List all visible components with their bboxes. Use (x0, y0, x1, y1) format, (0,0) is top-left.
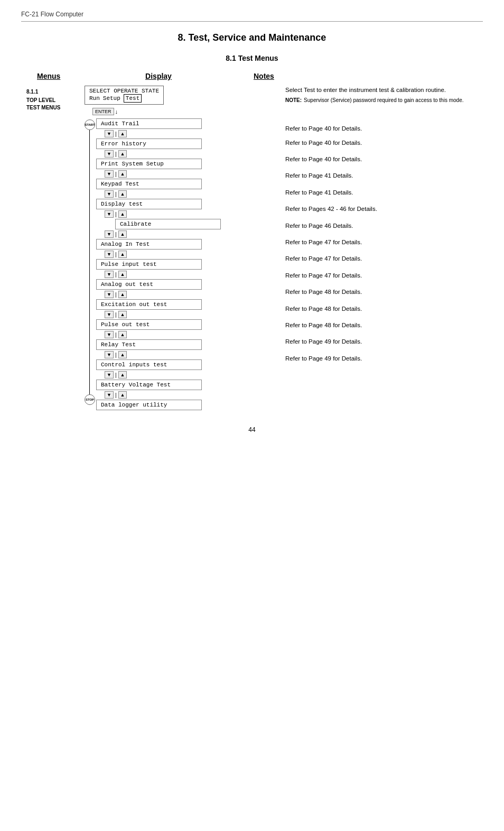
start-btn-14[interactable]: ▲ (118, 391, 127, 399)
menu-bracket-wrapper: START STOP Audit Trail▼|▲Error history▼|… (85, 118, 269, 410)
menu-row-11: Pulse out test▼|▲ (94, 319, 269, 338)
start-btn-8[interactable]: ▲ (118, 271, 127, 278)
menu-item-box-15: Data logger utility (96, 400, 202, 410)
top-note-detail-row: NOTE: Supervisor (Service) password requ… (285, 96, 483, 105)
note-item-14: Refer to Page 49 for Details. (285, 337, 483, 346)
start-btn-12[interactable]: ▲ (118, 351, 127, 358)
menu-item-box-8: Pulse input test (96, 259, 202, 270)
menu-item-box-1: Audit Trail (96, 118, 202, 129)
menu-item-box-13: Control inputs test (96, 359, 202, 370)
start-btn-1[interactable]: ▲ (118, 130, 127, 137)
menu-item-box-11: Pulse out test (96, 319, 202, 330)
menu-box-row-10: Excitation out test (96, 299, 269, 310)
stop-btn-9[interactable]: ▼ (105, 291, 114, 298)
col-notes-label: Notes (232, 72, 483, 80)
note-item-12: Refer to Page 48 for Details. (285, 304, 483, 313)
note-item-11: Refer to Page 48 for Details. (285, 287, 483, 297)
top-note-main: Select Test to enter the instrument test… (285, 86, 483, 95)
select-run: Run (89, 95, 100, 101)
stop-btn-5[interactable]: ▼ (105, 210, 114, 218)
note-item-5: Refer to Page 41 Details. (285, 188, 483, 197)
menu-box-row-9: Analog out test (96, 279, 269, 290)
nav-row-6: ▼|▲ (105, 230, 269, 238)
menu-row-14: Battery Voltage Test▼|▲ (94, 380, 269, 399)
stop-btn-11[interactable]: ▼ (105, 331, 114, 338)
nav-row-1: ▼|▲ (105, 130, 269, 137)
top-select-display: SELECT OPERATE STATE Run Setup Test ENTE… (85, 86, 269, 115)
top-note: Select Test to enter the instrument test… (285, 86, 483, 105)
nav-row-3: ▼|▲ (105, 170, 269, 178)
start-btn-10[interactable]: ▲ (118, 311, 127, 318)
menu-item-box-4: Keypad Test (96, 179, 202, 189)
nav-row-7: ▼|▲ (105, 251, 269, 258)
menu-item-box-6: Calibrate (115, 219, 221, 229)
stop-btn-14[interactable]: ▼ (105, 391, 114, 399)
stop-btn-3[interactable]: ▼ (105, 170, 114, 178)
menu-box-row-6: Calibrate (115, 219, 269, 229)
stop-btn-4[interactable]: ▼ (105, 190, 114, 198)
enter-arrow-icon: ↓ (115, 108, 118, 115)
stop-circle-label: STOP (85, 394, 95, 405)
menu-item-box-5: Display test (96, 199, 202, 209)
note-item-4: Refer to Page 41 Details. (285, 171, 483, 180)
diagram-area: SELECT OPERATE STATE Run Setup Test ENTE… (74, 86, 269, 410)
nav-row-4: ▼|▲ (105, 190, 269, 198)
note-item-10: Refer to Page 47 for Details. (285, 271, 483, 280)
start-btn-5[interactable]: ▲ (118, 210, 127, 218)
start-btn-3[interactable]: ▲ (118, 170, 127, 178)
enter-button[interactable]: ENTER (92, 108, 114, 115)
start-btn-11[interactable]: ▲ (118, 331, 127, 338)
note-item-3: Refer to Page 40 for Details. (285, 154, 483, 164)
menu-row-7: Analog In Test▼|▲ (94, 239, 269, 258)
menu-row-9: Analog out test▼|▲ (94, 279, 269, 298)
menu-row-1: Audit Trail▼|▲ (94, 118, 269, 137)
menu-row-3: Print System Setup▼|▲ (94, 159, 269, 178)
menu-item-box-9: Analog out test (96, 279, 202, 290)
menu-row-12: Relay Test▼|▲ (94, 339, 269, 358)
note-item-8: Refer to Page 47 for Details. (285, 237, 483, 247)
menu-box-row-7: Analog In Test (96, 239, 269, 250)
stop-circle: STOP (85, 393, 95, 405)
menu-box-row-14: Battery Voltage Test (96, 380, 269, 390)
stop-btn-8[interactable]: ▼ (105, 271, 114, 278)
nav-row-2: ▼|▲ (105, 150, 269, 158)
start-btn-9[interactable]: ▲ (118, 291, 127, 298)
main-title: 8. Test, Service and Maintenance (21, 32, 483, 43)
start-btn-13[interactable]: ▲ (118, 371, 127, 378)
stop-btn-10[interactable]: ▼ (105, 311, 114, 318)
menu-row-6: Calibrate▼|▲ (94, 219, 269, 238)
select-line2: Run Setup Test (89, 94, 159, 103)
start-btn-2[interactable]: ▲ (118, 150, 127, 158)
menu-item-box-7: Analog In Test (96, 239, 202, 250)
nav-row-5: ▼|▲ (105, 210, 269, 218)
menu-box-row-5: Display test (96, 199, 269, 209)
start-circle: START (85, 118, 95, 130)
nav-row-14: ▼|▲ (105, 391, 269, 399)
stop-btn-2[interactable]: ▼ (105, 150, 114, 158)
top-note-label: NOTE: (285, 96, 302, 105)
start-btn-6[interactable]: ▲ (118, 230, 127, 238)
start-btn-7[interactable]: ▲ (118, 251, 127, 258)
note-item-1: Refer to Page 40 for Details. (285, 110, 483, 133)
note-item-15: Refer to Page 49 for Details. (285, 354, 483, 363)
bracket-col: START STOP (85, 118, 94, 410)
stop-btn-7[interactable]: ▼ (105, 251, 114, 258)
stop-btn-1[interactable]: ▼ (105, 130, 114, 137)
content-area: 8.1.1 TOP LEVEL TEST MENUS SELECT OPERAT… (21, 86, 483, 410)
select-test: Test (124, 94, 142, 103)
nav-row-11: ▼|▲ (105, 331, 269, 338)
stop-btn-6[interactable]: ▼ (105, 230, 114, 238)
select-line1: SELECT OPERATE STATE (89, 88, 159, 94)
stop-btn-12[interactable]: ▼ (105, 351, 114, 358)
start-btn-4[interactable]: ▲ (118, 190, 127, 198)
stop-btn-13[interactable]: ▼ (105, 371, 114, 378)
note-item-2: Refer to Page 40 for Details. (285, 138, 483, 147)
col-display-label: Display (85, 72, 232, 80)
menu-row-4: Keypad Test▼|▲ (94, 179, 269, 198)
col-menus-label: Menus (37, 72, 85, 80)
menu-row-15: Data logger utility (94, 400, 269, 410)
menu-item-box-3: Print System Setup (96, 159, 202, 169)
vert-bracket-line (89, 125, 90, 395)
menu-box-row-1: Audit Trail (96, 118, 269, 129)
menu-box-row-8: Pulse input test (96, 259, 269, 270)
